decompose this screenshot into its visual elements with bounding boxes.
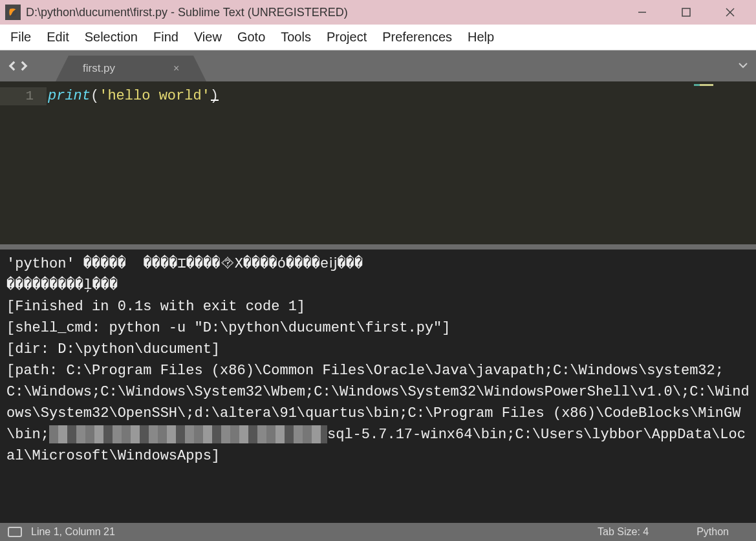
cursor <box>211 100 219 101</box>
svg-rect-1 <box>682 8 690 16</box>
line-number: 1 <box>0 87 47 105</box>
menu-goto[interactable]: Goto <box>230 26 273 48</box>
status-bar: Line 1, Column 21 Tab Size: 4 Python <box>0 523 756 541</box>
empty-area <box>0 492 756 523</box>
status-syntax[interactable]: Python <box>677 526 748 538</box>
tab-bar: first.py × <box>0 50 756 81</box>
redacted-segment <box>49 425 327 443</box>
menu-edit[interactable]: Edit <box>39 26 76 48</box>
panel-switcher-icon[interactable] <box>8 527 22 537</box>
build-output[interactable]: 'python' ����� ����⌶����⯑X����ό����eĳ���… <box>0 249 756 492</box>
code-token-paren-close: ) <box>210 88 219 104</box>
gutter: 1 <box>0 81 47 244</box>
window-titlebar: D:\python\ducument\first.py - Sublime Te… <box>0 0 756 25</box>
console-line: [Finished in 0.1s with exit code 1] <box>6 299 305 315</box>
menu-view[interactable]: View <box>186 26 230 48</box>
minimize-button[interactable] <box>629 3 655 21</box>
tab-label: first.py <box>83 62 115 75</box>
menu-project[interactable]: Project <box>319 26 374 48</box>
maximize-button[interactable] <box>673 3 699 21</box>
status-line-col[interactable]: Line 1, Column 21 <box>31 526 115 538</box>
code-token-string: 'hello world' <box>99 88 210 104</box>
code-content[interactable]: print('hello world') <box>47 81 691 244</box>
menu-tools[interactable]: Tools <box>273 26 319 48</box>
status-tab-size[interactable]: Tab Size: 4 <box>578 526 668 538</box>
window-title: D:\python\ducument\first.py - Sublime Te… <box>26 6 624 19</box>
menu-preferences[interactable]: Preferences <box>374 26 460 48</box>
tab-next-icon <box>19 61 29 71</box>
menu-bar: File Edit Selection Find View Goto Tools… <box>0 25 756 50</box>
console-line: [dir: D:\python\ducument] <box>6 341 220 357</box>
tab-close-icon[interactable]: × <box>173 63 179 74</box>
code-token-fn: print <box>48 88 91 104</box>
tab-nav-arrows[interactable] <box>0 50 36 81</box>
app-icon <box>5 5 21 20</box>
close-button[interactable] <box>717 3 743 21</box>
console-line: ���������ļ��� <box>6 277 118 293</box>
minimap[interactable] <box>691 81 756 244</box>
minimap-line <box>694 84 713 86</box>
menu-help[interactable]: Help <box>460 26 502 48</box>
panel-divider[interactable] <box>0 244 756 249</box>
menu-find[interactable]: Find <box>146 26 186 48</box>
code-token-paren-open: ( <box>91 88 99 104</box>
editor-area[interactable]: 1 print('hello world') <box>0 81 756 244</box>
console-line: [shell_cmd: python -u "D:\python\ducumen… <box>6 320 451 336</box>
menu-file[interactable]: File <box>3 26 39 48</box>
tab-first-py[interactable]: first.py × <box>69 56 193 81</box>
menu-selection[interactable]: Selection <box>77 26 146 48</box>
console-line: 'python' ����� ����⌶����⯑X����ό����eĳ��� <box>6 256 363 272</box>
tab-overflow-icon[interactable] <box>738 59 748 71</box>
tab-prev-icon <box>7 61 17 71</box>
